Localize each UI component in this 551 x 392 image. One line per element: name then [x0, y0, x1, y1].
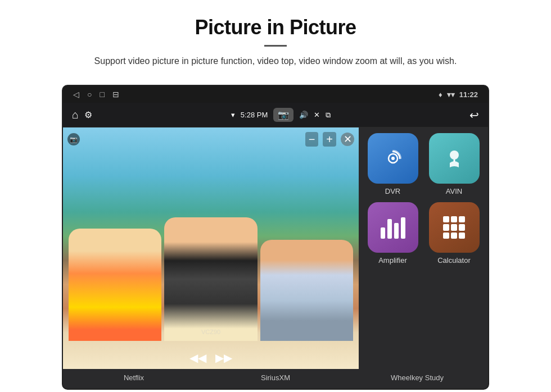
topbar-center: ▾ 5:28 PM 📷 🔊 ✕ ⧉: [231, 108, 331, 122]
back-button[interactable]: ↩: [469, 108, 479, 122]
pip-cam-icon: 📷: [67, 133, 80, 145]
avin-label: AVIN: [446, 187, 462, 195]
amp-bar-3: [394, 223, 399, 239]
pip-zoom-out[interactable]: −: [305, 132, 319, 147]
pip-playback: ◀◀ ▶▶: [189, 351, 232, 364]
headunit-topbar: ⌂ ⚙ ▾ 5:28 PM 📷 🔊 ✕ ⧉ ↩: [63, 103, 488, 127]
amp-bar-4: [401, 217, 405, 239]
pip-top-controls: − + ✕: [305, 132, 354, 147]
app-item-amplifier[interactable]: Amplifier: [365, 202, 420, 265]
pip-controls: 📷 − + ✕: [67, 132, 354, 147]
dvr-icon-svg: [381, 146, 405, 171]
video-area: N S W 📷 − + ✕: [63, 127, 359, 369]
calc-dot-2: [451, 216, 457, 222]
home-button[interactable]: ⌂: [72, 108, 79, 121]
amplifier-icon[interactable]: [368, 202, 418, 253]
avin-icon-svg: [442, 146, 467, 171]
calc-dot-1: [443, 216, 449, 222]
calc-dot-6: [459, 224, 465, 230]
app-item-dvr[interactable]: DVR: [365, 133, 420, 195]
statusbar-right: ♦ ▾▾ 11:22: [439, 90, 478, 99]
calc-dot-3: [459, 216, 465, 222]
pip-prev-button[interactable]: ◀◀: [189, 351, 206, 364]
calc-dot-9: [459, 233, 465, 239]
nav-home-icon[interactable]: ○: [87, 90, 92, 99]
statusbar-time: 11:22: [459, 90, 478, 99]
svg-point-2: [450, 151, 459, 159]
title-divider: [264, 45, 287, 47]
camera-button[interactable]: 📷: [273, 108, 293, 122]
statusbar-nav: ◁ ○ □ ⊟: [73, 90, 119, 99]
people-container: [69, 217, 353, 341]
usb-icon: ⚙: [84, 110, 92, 120]
calculator-label: Calculator: [437, 256, 471, 265]
calculator-grid: [443, 216, 466, 239]
amp-bar-1: [381, 227, 385, 239]
nav-menu-icon[interactable]: ⊟: [112, 90, 119, 99]
bottom-label-netflix: Netflix: [63, 373, 205, 382]
person-1: [69, 229, 161, 341]
page-title: Picture in Picture: [34, 16, 517, 39]
calc-dot-4: [443, 224, 449, 230]
app-item-calculator[interactable]: Calculator: [427, 202, 481, 265]
calc-dot-8: [451, 233, 457, 239]
calc-dot-5: [451, 224, 457, 230]
nav-back-icon[interactable]: ◁: [73, 90, 79, 99]
location-icon: ♦: [439, 90, 442, 99]
amplifier-bars: [381, 216, 405, 239]
volume-button[interactable]: 🔊: [299, 111, 308, 119]
bottom-label-siriusxm: SiriusXM: [205, 373, 346, 382]
amplifier-label: Amplifier: [378, 256, 407, 265]
device-frame: ◁ ○ □ ⊟ ♦ ▾▾ 11:22 ⌂ ⚙ ▾ 5:28 PM 📷 🔊 ✕ ⧉…: [62, 85, 489, 390]
topbar-right: ↩: [469, 108, 479, 122]
wifi-status-icon: ▾▾: [447, 90, 455, 99]
page-subtitle: Support video picture in picture functio…: [62, 54, 489, 68]
close-pip-button[interactable]: ✕: [314, 111, 320, 119]
pip-close-button[interactable]: ✕: [341, 133, 354, 146]
topbar-left: ⌂ ⚙: [72, 108, 92, 121]
amp-bar-2: [387, 219, 392, 239]
nav-recent-icon[interactable]: □: [100, 90, 104, 99]
calculator-icon[interactable]: [429, 202, 480, 253]
bottom-label-wheelkey: Wheelkey Study: [346, 373, 488, 382]
svg-point-1: [391, 157, 395, 160]
person-3: [260, 240, 353, 341]
person-2: [164, 217, 257, 341]
dvr-icon[interactable]: [368, 133, 418, 184]
page-header: Picture in Picture Support video picture…: [0, 0, 551, 77]
main-content: N S W 📷 − + ✕: [63, 127, 488, 369]
pip-zoom-in[interactable]: +: [323, 132, 336, 147]
pip-video[interactable]: 📷 − + ✕ ◀◀ ▶▶ VCZ90: [63, 127, 359, 369]
calc-dot-7: [443, 233, 449, 239]
apps-grid: DVR AVIN: [359, 127, 488, 369]
watermark: VCZ90: [201, 329, 220, 335]
headunit-time: 5:28 PM: [241, 111, 268, 119]
avin-icon[interactable]: [429, 133, 480, 184]
wifi-icon: ▾: [231, 111, 235, 119]
app-item-avin[interactable]: AVIN: [427, 133, 481, 195]
android-statusbar: ◁ ○ □ ⊟ ♦ ▾▾ 11:22: [63, 86, 488, 103]
pip-next-button[interactable]: ▶▶: [215, 351, 232, 364]
bottom-labels: Netflix SiriusXM Wheelkey Study Amplifie…: [63, 369, 488, 389]
dvr-label: DVR: [385, 187, 400, 195]
window-button[interactable]: ⧉: [326, 111, 331, 120]
